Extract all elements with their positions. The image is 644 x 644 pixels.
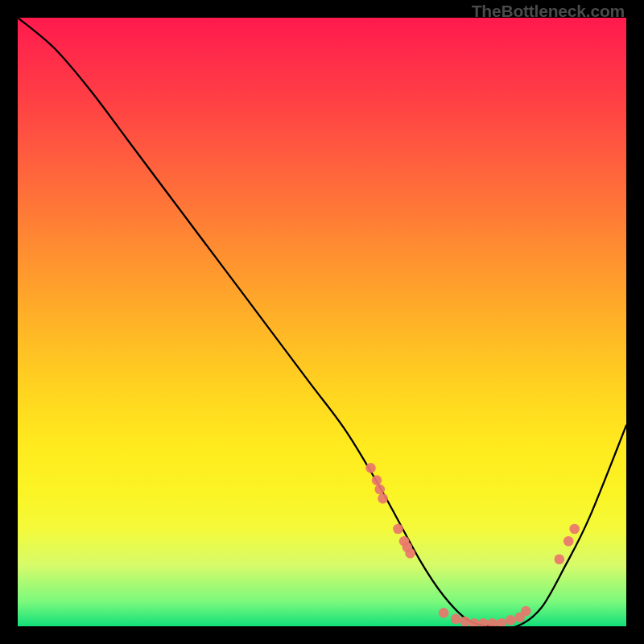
- chart-plot-area: [18, 18, 626, 626]
- watermark-label: TheBottleneck.com: [472, 2, 625, 21]
